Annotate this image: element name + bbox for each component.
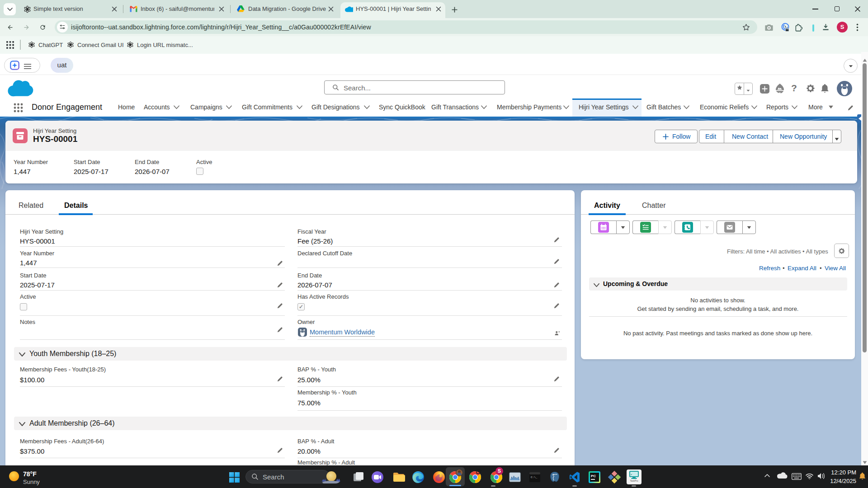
svg-text:C:\_: C:\_ xyxy=(531,476,538,479)
svg-text:PC: PC xyxy=(591,474,596,478)
svg-text:✓: ✓ xyxy=(631,473,632,476)
